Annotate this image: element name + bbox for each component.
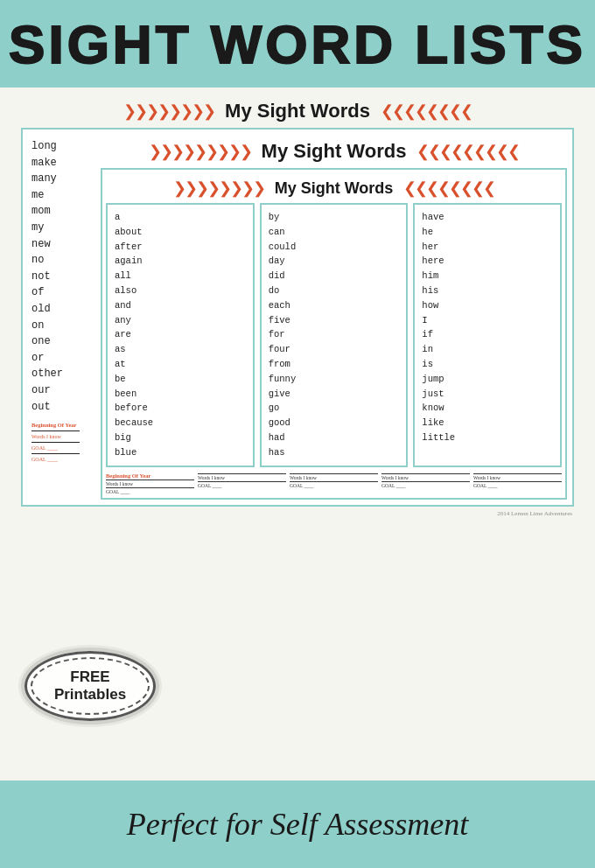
header3-row: ❯❯❯❯❯❯❯❯ My Sight Words ❮❮❮❮❮❮❮❮ xyxy=(106,178,562,198)
zigzag-left-1: ❯❯❯❯❯❯❯❯ xyxy=(123,102,214,121)
left-goal-section: Beginning Of Year Words I know GOAL ____… xyxy=(32,422,90,463)
left-word-other: other xyxy=(32,366,90,382)
page-content: long make many me mom my new no not of o… xyxy=(28,135,567,500)
header3-title: My Sight Words xyxy=(275,179,394,198)
header1-title: My Sight Words xyxy=(225,100,370,122)
word-column-2: by can could day did do each five for fo… xyxy=(260,203,409,467)
middle-section: ❯❯❯❯❯❯❯❯ My Sight Words ❮❮❮❮❮❮❮❮ long ma… xyxy=(0,88,595,780)
zigzag-right-1: ❮❮❮❮❮❮❮❮ xyxy=(381,102,472,121)
left-word-new: new xyxy=(32,236,90,253)
header1-row: ❯❯❯❯❯❯❯❯ My Sight Words ❮❮❮❮❮❮❮❮ xyxy=(12,100,583,122)
left-word-many: many xyxy=(32,171,90,187)
triple-columns: a about after again all also and any are… xyxy=(106,203,562,467)
outer-card: long make many me mom my new no not of o… xyxy=(21,128,574,507)
left-word-me: me xyxy=(32,187,90,204)
copyright: 2014 Lemon Lime Adventures xyxy=(12,510,583,517)
left-word-not: not xyxy=(32,269,90,285)
left-word-long: long xyxy=(32,138,90,155)
main-title: SIGHT WORD LISTS xyxy=(9,13,586,75)
left-word-one: one xyxy=(32,333,90,350)
top-banner: SIGHT WORD LISTS xyxy=(0,0,595,88)
word-column-3: have he her here him his how I if in is xyxy=(413,203,562,467)
bottom-title: Perfect for Self Assessment xyxy=(127,806,468,843)
left-word-of: of xyxy=(32,284,90,301)
zigzag-left-3: ❯❯❯❯❯❯❯❯ xyxy=(173,178,264,198)
left-word-on: on xyxy=(32,318,90,334)
left-word-out: out xyxy=(32,399,90,416)
header2-title: My Sight Words xyxy=(262,140,407,163)
stamp-text: FREE Printables xyxy=(32,668,148,703)
left-word-my: my xyxy=(32,220,90,236)
left-words-column: long make many me mom my new no not of o… xyxy=(28,135,94,500)
zigzag-right-2: ❮❮❮❮❮❮❮❮❮ xyxy=(416,142,519,161)
word-column-1: a about after again all also and any are… xyxy=(106,203,255,467)
left-word-make: make xyxy=(32,155,90,172)
left-word-no: no xyxy=(32,252,90,269)
zigzag-right-3: ❮❮❮❮❮❮❮❮ xyxy=(403,178,494,198)
inner-card: ❯❯❯❯❯❯❯❯ My Sight Words ❮❮❮❮❮❮❮❮ a about… xyxy=(101,168,567,500)
header2-row: ❯❯❯❯❯❯❯❯❯ My Sight Words ❮❮❮❮❮❮❮❮❮ xyxy=(101,140,567,163)
bottom-banner: Perfect for Self Assessment xyxy=(0,780,595,868)
inner-card-container: ❯❯❯❯❯❯❯❯❯ My Sight Words ❮❮❮❮❮❮❮❮❮ ❯❯❯❯❯… xyxy=(101,135,567,500)
left-word-mom: mom xyxy=(32,203,90,220)
bottom-goal-bar: Beginning Of Year Words I know GOAL ____… xyxy=(106,472,562,494)
zigzag-left-2: ❯❯❯❯❯❯❯❯❯ xyxy=(149,142,251,161)
left-word-our: our xyxy=(32,382,90,399)
page-wrapper: SIGHT WORD LISTS ❯❯❯❯❯❯❯❯ My Sight Words… xyxy=(0,0,595,868)
free-printables-stamp: FREE Printables xyxy=(24,651,156,721)
left-word-or: or xyxy=(32,350,90,367)
left-word-old: old xyxy=(32,301,90,318)
